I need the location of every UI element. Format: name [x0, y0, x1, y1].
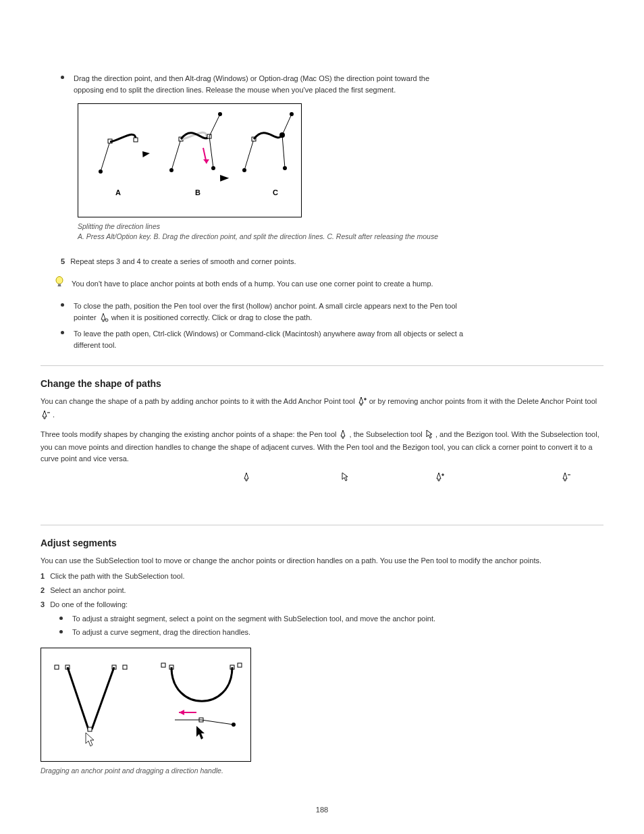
- tip-text: You don't have to place anchor points at…: [72, 278, 433, 290]
- figure-label-b: B: [195, 188, 200, 197]
- svg-rect-3: [134, 138, 138, 142]
- svg-line-39: [92, 667, 114, 729]
- svg-point-21: [290, 112, 294, 116]
- adjust-segments-p1: You can use the SubSelection tool to mov…: [41, 555, 603, 567]
- svg-rect-45: [238, 663, 242, 667]
- svg-rect-40: [88, 727, 92, 731]
- step5-text: 5Repeat steps 3 and 4 to create a series…: [61, 256, 603, 267]
- svg-line-48: [201, 720, 234, 725]
- svg-line-9: [209, 114, 220, 136]
- add-anchor-point-tool-icon: [358, 396, 367, 409]
- svg-point-10: [218, 112, 222, 116]
- svg-point-23: [283, 166, 287, 170]
- change-shape-p2: Three tools modify shapes by changing th…: [41, 429, 603, 465]
- svg-rect-34: [55, 665, 59, 669]
- delete-anchor-point-tool-icon: [562, 472, 570, 485]
- svg-line-0: [101, 141, 110, 172]
- step2-text: 2Select an anchor point.: [41, 585, 603, 596]
- svg-rect-37: [123, 665, 127, 669]
- pen-tool-icon: [340, 429, 347, 442]
- figure-split-direction-lines: A B: [78, 103, 302, 217]
- svg-marker-41: [86, 733, 94, 746]
- drag-instruction-text: Drag the direction point, and then Alt-d…: [74, 73, 429, 95]
- svg-marker-4: [140, 149, 150, 157]
- figure1-caption: Splitting the direction lines A. Press A…: [78, 221, 603, 241]
- subselection-tool-icon: [425, 429, 433, 442]
- lightbulb-icon: [54, 276, 65, 290]
- step3-sub-a: To adjust a straight segment, select a p…: [72, 613, 435, 625]
- bullet-icon: [61, 331, 64, 334]
- step3-text: 3Do one of the following:: [41, 599, 603, 610]
- svg-line-5: [171, 139, 181, 170]
- svg-line-38: [68, 667, 88, 729]
- svg-point-12: [211, 166, 215, 170]
- tool-icons-row: [41, 471, 603, 484]
- page-number: 188: [0, 806, 644, 814]
- step1-text: 1Click the path with the SubSelection to…: [41, 571, 603, 582]
- section-divider: [41, 525, 603, 525]
- svg-point-1: [99, 170, 103, 174]
- pen-tool-icon: [243, 472, 250, 485]
- svg-line-22: [282, 135, 285, 168]
- svg-point-6: [169, 168, 173, 172]
- section-divider: [41, 365, 603, 366]
- heading-adjust-segments: Adjust segments: [41, 538, 603, 548]
- leave-open-instruction: To leave the path open, Ctrl-click (Wind…: [74, 328, 463, 350]
- figure-adjust-segments: [41, 648, 251, 762]
- svg-line-11: [209, 136, 213, 168]
- bullet-icon: [59, 617, 63, 620]
- svg-point-49: [232, 723, 236, 727]
- bullet-icon: [61, 303, 64, 307]
- add-anchor-point-tool-icon: [435, 472, 444, 485]
- bullet-icon: [61, 76, 64, 79]
- subselection-tool-icon: [341, 472, 348, 485]
- step3-sub-b: To adjust a curve segment, drag the dire…: [72, 627, 250, 638]
- svg-point-27: [105, 319, 108, 321]
- svg-point-24: [56, 277, 63, 284]
- svg-marker-51: [179, 710, 184, 715]
- pen-pointer-close-icon: [99, 313, 109, 325]
- svg-rect-44: [161, 663, 165, 667]
- svg-point-17: [242, 168, 246, 172]
- change-shape-p1: You can change the shape of a path by ad…: [41, 396, 603, 421]
- svg-marker-15: [217, 172, 229, 182]
- bullet-icon: [59, 630, 63, 633]
- svg-marker-52: [196, 726, 205, 739]
- figure-label-a: A: [115, 188, 121, 197]
- heading-change-shape-paths: Change the shape of paths: [41, 378, 603, 389]
- svg-line-16: [244, 139, 254, 170]
- svg-line-20: [282, 114, 292, 135]
- figure-label-c: C: [273, 188, 278, 197]
- delete-anchor-point-tool-icon: [41, 410, 50, 423]
- svg-marker-14: [203, 159, 209, 163]
- svg-rect-25: [58, 284, 61, 286]
- figure2-caption: Dragging an anchor point and dragging a …: [41, 766, 603, 776]
- close-path-instruction: To close the path, position the Pen tool…: [74, 301, 457, 324]
